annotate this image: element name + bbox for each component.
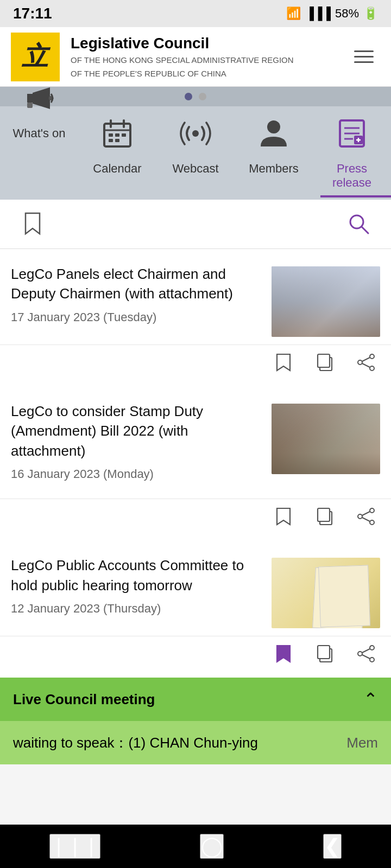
nav-item-members[interactable]: Members (238, 117, 309, 176)
bookmark-icon-1 (273, 352, 294, 373)
carousel-dot-2[interactable] (199, 93, 206, 100)
news-title-2: LegCo to consider Stamp Duty (Amendment)… (11, 401, 261, 461)
toolbar (0, 200, 391, 249)
bookmark-icon-3 (273, 643, 294, 664)
calendar-icon (101, 117, 134, 156)
live-council-title: Live Council meeting (13, 691, 155, 708)
hamburger-line-1 (354, 50, 374, 52)
svg-line-16 (362, 227, 368, 233)
svg-marker-2 (33, 87, 50, 109)
news-actions-2 (0, 499, 391, 540)
live-ticker-more: Mem (346, 735, 378, 751)
svg-line-29 (362, 512, 370, 515)
nav-label-webcast: Webcast (172, 162, 218, 176)
members-icon (257, 117, 290, 156)
bookmark-toolbar-button[interactable] (0, 200, 65, 248)
svg-rect-18 (318, 354, 330, 367)
copy-icon-3 (314, 643, 335, 664)
share-button-1[interactable] (352, 348, 380, 376)
nav-item-webcast[interactable]: Webcast (160, 117, 231, 176)
hamburger-line-2 (354, 56, 374, 58)
hamburger-menu-button[interactable] (348, 43, 380, 71)
back-button[interactable]: ❮ (323, 834, 342, 859)
live-chevron-icon: ⌃ (363, 689, 378, 710)
svg-line-30 (362, 518, 370, 521)
nav-item-press-release[interactable]: Press release (317, 117, 387, 190)
header-title-block: Legislative Council OF THE HONG KONG SPE… (71, 34, 348, 80)
news-item-2[interactable]: LegCo to consider Stamp Duty (Amendment)… (0, 386, 391, 499)
svg-point-34 (358, 652, 362, 656)
svg-line-23 (362, 363, 370, 367)
news-item-3[interactable]: LegCo Public Accounts Committee to hold … (0, 540, 391, 636)
logo-box: 立 (11, 33, 60, 81)
svg-point-20 (358, 360, 362, 365)
status-bar: 17:11 📶 ▐▐▐ 58% 🔋 (0, 0, 391, 27)
news-list: LegCo Panels elect Chairmen and Deputy C… (0, 249, 391, 678)
copy-icon-2 (314, 506, 335, 527)
svg-rect-9 (109, 139, 113, 142)
nav-active-underline (320, 195, 391, 197)
home-button[interactable]: ◯ (200, 834, 224, 859)
copy-button-2[interactable] (311, 502, 339, 531)
press-release-icon (336, 117, 368, 156)
signal-icon: ▐▐▐ (305, 7, 331, 21)
svg-rect-6 (109, 133, 113, 137)
svg-point-26 (370, 508, 374, 513)
live-council-bar[interactable]: Live Council meeting ⌃ (0, 678, 391, 721)
bookmark-icon-2 (273, 506, 294, 527)
copy-button-3[interactable] (311, 640, 339, 668)
back-stack-button[interactable]: ❘❘❘ (49, 834, 100, 859)
news-item-1[interactable]: LegCo Panels elect Chairmen and Deputy C… (0, 249, 391, 345)
svg-point-35 (370, 658, 374, 662)
carousel-dot-1[interactable] (185, 93, 192, 100)
news-date-3: 12 January 2023 (Thursday) (11, 602, 261, 616)
battery-icon: 🔋 (363, 7, 378, 21)
nav-underline-bar (0, 195, 391, 200)
svg-rect-25 (318, 508, 330, 521)
svg-point-19 (370, 354, 374, 359)
svg-point-12 (267, 120, 280, 133)
bookmark-toolbar-icon (20, 211, 45, 236)
svg-line-37 (362, 655, 370, 659)
svg-point-11 (192, 130, 199, 137)
hamburger-line-3 (354, 61, 374, 63)
nav-item-whats-on[interactable]: What's on (4, 117, 74, 141)
wifi-icon: 📶 (286, 7, 301, 21)
news-title-3: LegCo Public Accounts Committee to hold … (11, 556, 261, 595)
nav-item-calendar[interactable]: Calendar (82, 117, 153, 176)
header-title: Legislative Council (71, 34, 348, 53)
search-toolbar-button[interactable] (326, 200, 391, 248)
bookmark-button-3[interactable] (269, 640, 298, 668)
live-ticker: waiting to speak：(1) CHAN Chun-ying Mem (0, 721, 391, 764)
news-content-2: LegCo to consider Stamp Duty (Amendment)… (11, 401, 272, 491)
share-button-3[interactable] (352, 640, 380, 668)
share-button-2[interactable] (352, 502, 380, 531)
svg-line-36 (362, 649, 370, 653)
copy-icon-1 (314, 352, 335, 373)
svg-rect-10 (115, 139, 119, 142)
bookmark-button-1[interactable] (269, 348, 298, 376)
svg-rect-3 (27, 103, 33, 108)
svg-rect-32 (318, 646, 330, 659)
news-date-2: 16 January 2023 (Monday) (11, 467, 261, 481)
news-thumbnail-1 (272, 266, 380, 337)
svg-point-33 (370, 646, 374, 650)
news-date-1: 17 January 2023 (Tuesday) (11, 310, 261, 324)
status-time: 17:11 (13, 5, 52, 22)
bookmark-button-2[interactable] (269, 502, 298, 531)
news-thumbnail-3 (272, 558, 380, 628)
nav-label-calendar: Calendar (93, 162, 141, 176)
news-content-3: LegCo Public Accounts Committee to hold … (11, 556, 272, 628)
svg-marker-1 (27, 94, 33, 103)
copy-button-1[interactable] (311, 348, 339, 376)
news-content-1: LegCo Panels elect Chairmen and Deputy C… (11, 264, 272, 337)
news-actions-1 (0, 345, 391, 386)
svg-point-28 (370, 520, 374, 525)
carousel-dots (0, 87, 391, 106)
app-header: 立 Legislative Council OF THE HONG KONG S… (0, 27, 391, 87)
header-subtitle-2: OF THE PEOPLE'S REPUBLIC OF CHINA (71, 68, 348, 79)
bottom-nav-bar: ❘❘❘ ◯ ❮ (0, 825, 391, 868)
search-toolbar-icon (346, 211, 371, 236)
header-subtitle-1: OF THE HONG KONG SPECIAL ADMINISTRATIVE … (71, 54, 348, 66)
news-actions-3 (0, 636, 391, 678)
